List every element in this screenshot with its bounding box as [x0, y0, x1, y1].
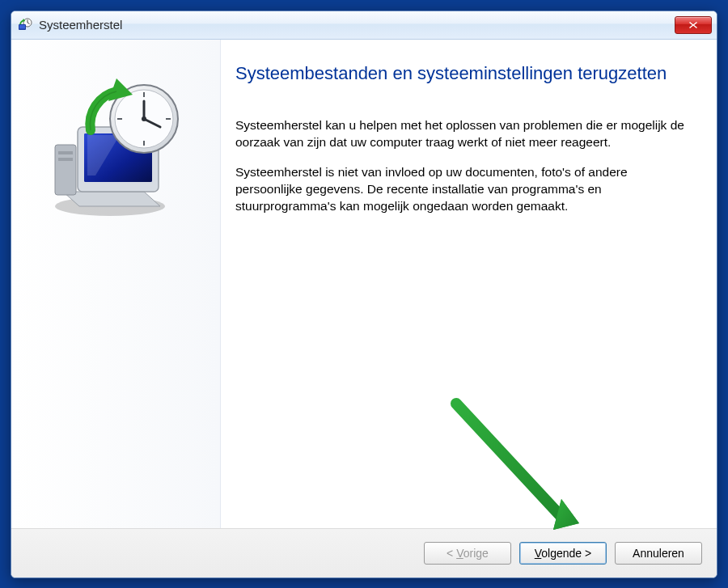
close-button[interactable]	[675, 16, 712, 34]
system-restore-icon	[18, 18, 32, 32]
close-icon	[688, 21, 698, 29]
content-panel: Systeembestanden en systeeminstellingen …	[221, 40, 717, 528]
svg-rect-5	[19, 25, 25, 29]
cancel-button[interactable]: Annuleren	[615, 542, 702, 565]
titlebar[interactable]: Systeemherstel	[11, 11, 717, 40]
back-button-rest: orige	[463, 547, 489, 560]
back-button-accel: V	[456, 547, 463, 560]
back-button: < Vorige	[424, 542, 511, 565]
next-button[interactable]: Volgende >	[519, 542, 607, 565]
side-panel	[11, 40, 221, 528]
intro-paragraph-2: Systeemherstel is niet van invloed op uw…	[235, 164, 688, 215]
system-restore-window: Systeemherstel	[11, 11, 717, 578]
svg-rect-9	[58, 158, 73, 161]
svg-point-21	[142, 116, 146, 121]
wizard-footer: < Vorige Volgende > Annuleren	[11, 528, 717, 577]
svg-rect-8	[58, 151, 73, 154]
next-button-rest: olgende >	[541, 547, 591, 560]
page-heading: Systeembestanden en systeeminstellingen …	[235, 62, 688, 86]
intro-paragraph-1: Systeemherstel kan u helpen met het oplo…	[235, 117, 688, 151]
back-button-prefix: <	[447, 547, 456, 560]
desktop-background: Systeemherstel	[0, 0, 728, 588]
wizard-body: Systeembestanden en systeeminstellingen …	[11, 40, 717, 528]
window-title: Systeemherstel	[39, 18, 675, 32]
system-restore-illustration	[39, 70, 193, 224]
